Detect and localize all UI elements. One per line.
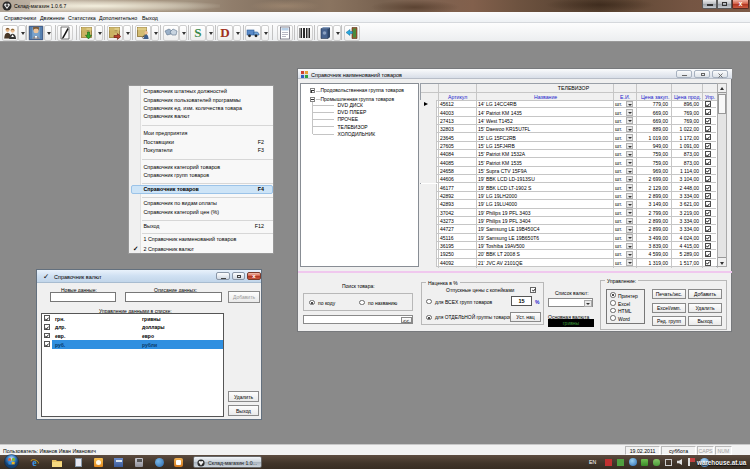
- svg-text:S: S: [194, 26, 201, 40]
- svg-text:D: D: [220, 26, 229, 40]
